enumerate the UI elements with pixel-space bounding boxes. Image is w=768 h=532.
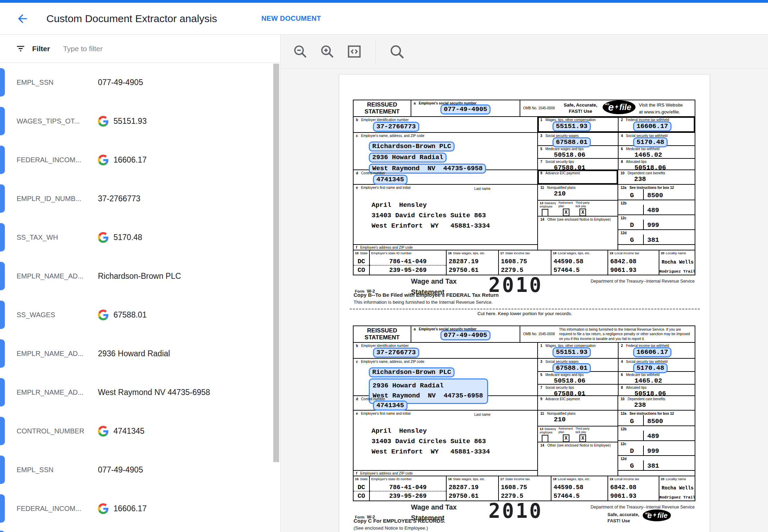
field-value-text: 077-49-4905	[98, 78, 143, 87]
back-button[interactable]	[15, 11, 30, 27]
box-label: 6Medicare tax withheld	[619, 146, 695, 151]
back-arrow-icon	[16, 12, 29, 25]
checkbox-sick-pay[interactable]: X	[579, 209, 586, 216]
box-letter: f	[356, 246, 357, 249]
control-number-wrap: 4741345	[373, 175, 537, 185]
w2-form-copy-b: REISSUEDSTATEMENTaEmployee's social secu…	[353, 100, 695, 275]
w2-row-b: bEmployer identification number37-276677…	[354, 116, 695, 132]
w2-row-d: dControl number47413459Advance EIC payme…	[354, 169, 695, 184]
state-col-num: 19	[610, 251, 613, 255]
state-row2-value: 57464.5	[551, 267, 580, 274]
field-row-control-number[interactable]: CONTROL_NUMBER4741345	[0, 412, 280, 450]
field-row-ss-wages[interactable]: SS_WAGES67588.01	[0, 295, 280, 334]
field-row-partial[interactable]	[0, 528, 280, 532]
control-number-wrap: 4741345	[373, 401, 537, 411]
field-row-emplr-name-ad-[interactable]: EMPLR_NAME_AD...Richardson-Brown PLC	[0, 257, 280, 295]
ein-value-wrap: 37-2766773	[373, 122, 537, 132]
box-letter: 2	[621, 344, 623, 348]
field-accent-bar	[0, 262, 5, 290]
box12-divider	[643, 235, 644, 244]
visit-line1: Visit the IRS Website	[639, 102, 683, 109]
field-accent-bar	[0, 184, 5, 213]
field-row-emplr-name-ad-[interactable]: EMPLR_NAME_AD...West Raymond NV 44735-69…	[0, 373, 280, 412]
employee-address: April Hensley31403 David Circles Suite 8…	[354, 190, 537, 231]
document-viewer: REISSUEDSTATEMENTaEmployee's social secu…	[281, 35, 768, 532]
cut-dashes	[350, 309, 700, 310]
w2-state-table: 15StateDCCOEmployer's state ID number786…	[354, 476, 695, 501]
checkbox-plan[interactable]: X	[563, 209, 569, 216]
w2-box-6-value: 1465.02	[634, 151, 662, 159]
state-row1-value: DC	[358, 484, 365, 491]
w2-box-1: 1Wages, tips, other compensation55151.93	[538, 343, 618, 358]
state-col-header: 16State wages, tips, etc.	[447, 250, 498, 256]
app-header: Custom Document Extractor analysis NEW D…	[0, 3, 768, 35]
field-value-text: 55151.93	[113, 117, 147, 126]
w2-box-b: bEmployer identification number37-276677…	[354, 343, 537, 358]
w2-box-5: 5Medicare wages and tips50518.06	[538, 372, 618, 384]
w2-box-12c: 12cD999	[618, 214, 695, 229]
reissued-line2: STATEMENT	[354, 108, 411, 115]
new-document-button[interactable]: NEW DOCUMENT	[262, 15, 321, 22]
field-value: 16606.17	[98, 155, 147, 165]
state-col-num: 15	[355, 477, 359, 481]
zoom-out-button[interactable]	[292, 44, 308, 59]
checkbox-employee[interactable]	[542, 435, 548, 442]
field-row-emplr-name-ad-[interactable]: EMPLR_NAME_AD...2936 Howard Radial	[0, 334, 280, 373]
w2-box-3-8-group: 3Social security wages67588.014Social se…	[537, 359, 695, 395]
box-letter: 8	[621, 386, 623, 389]
w2-box-12-group: 12aSee instructions for box 12G850012b48…	[618, 185, 695, 244]
state-col-num: 20	[661, 477, 665, 481]
w2-box-1: 1Wages, tips, other compensation55151.93	[538, 117, 618, 132]
filter-input[interactable]	[62, 44, 230, 53]
field-row-empl-ssn[interactable]: EMPL_SSN077-49-4905	[0, 450, 280, 489]
w2-box-a: aEmployee's social security number077-49…	[411, 100, 520, 116]
search-button[interactable]	[389, 44, 405, 59]
employer-line-wrap: 2936 Howard Radial	[369, 153, 537, 163]
state-row1-value: 1608.75	[499, 484, 527, 491]
field-row-federal-incom-[interactable]: FEDERAL_INCOM...16606.17	[0, 489, 280, 528]
title-line1: Wage and Tax	[411, 276, 457, 287]
box-label: 2Federal income tax withheld	[619, 117, 695, 122]
w2-box-7: 7Social security tips67588.01	[538, 385, 618, 396]
w2-box-8: 8Allocated tips50518.06	[618, 385, 695, 396]
w2-row-e: eEmployee's first name and initialLast n…	[354, 410, 695, 470]
field-row-empl-ssn[interactable]: EMPL_SSN077-49-4905	[0, 63, 280, 102]
state-col-4: 17State income tax1608.752279.5	[498, 476, 551, 501]
checkbox-employee[interactable]	[542, 209, 548, 217]
state-col-header: 20Locality name	[659, 250, 695, 256]
state-row1-value: 786-41-049	[389, 484, 427, 491]
box-letter: b	[356, 118, 358, 122]
employee-line-2: 31403 David Circles Suite 863	[372, 210, 537, 221]
efile-irs-text: IRS	[605, 103, 610, 106]
field-row-wages-tips-ot-[interactable]: WAGES_TIPS_OT...55151.93	[0, 102, 280, 140]
state-col-header: 19Local income tax	[608, 250, 659, 256]
w2-box-13-col-1: 13Statutoryemployee	[540, 427, 556, 442]
state-col-6: 19Local income tax6842.089061.93	[607, 476, 659, 501]
field-row-ss-tax-wh[interactable]: SS_TAX_WH5170.48	[0, 218, 280, 257]
state-col-num: 18	[553, 477, 557, 481]
field-row-emplr-id-numb-[interactable]: EMPLR_ID_NUMB...37-2766773	[0, 179, 280, 218]
box-label: 3Social security wages	[538, 359, 618, 364]
page-title: Custom Document Extractor analysis	[46, 13, 217, 25]
state-row1-value: 44590.58	[551, 258, 583, 265]
state-row2-value: Rodriguez Trail	[659, 495, 696, 499]
state-row1-value: 6842.08	[608, 484, 637, 491]
panel-scrollbar[interactable]	[273, 64, 279, 462]
omb-area: OMB No. 1545-0008This information is bei…	[520, 326, 695, 342]
box-letter: 5	[540, 373, 542, 377]
box-letter: 12c	[621, 216, 627, 220]
last-name-label: Last name	[472, 186, 491, 191]
box-letter: 6	[621, 147, 623, 151]
w2-box-11: 11Nonqualified plans210	[538, 411, 618, 426]
checkbox-plan[interactable]: X	[563, 434, 569, 442]
w2-box-1-value: 55151.93	[552, 121, 591, 131]
field-value: 67588.01	[98, 310, 147, 320]
box-letter: 12c	[621, 442, 627, 446]
field-name: EMPLR_ID_NUMB...	[17, 195, 98, 203]
state-row2-value: Rodriguez Trail	[659, 269, 696, 274]
code-view-button[interactable]	[346, 44, 362, 59]
lightning-bolt-icon	[652, 512, 657, 519]
field-row-federal-incom-[interactable]: FEDERAL_INCOM...16606.17	[0, 140, 280, 179]
checkbox-sick-pay[interactable]: X	[579, 434, 586, 442]
zoom-in-button[interactable]	[319, 44, 335, 59]
